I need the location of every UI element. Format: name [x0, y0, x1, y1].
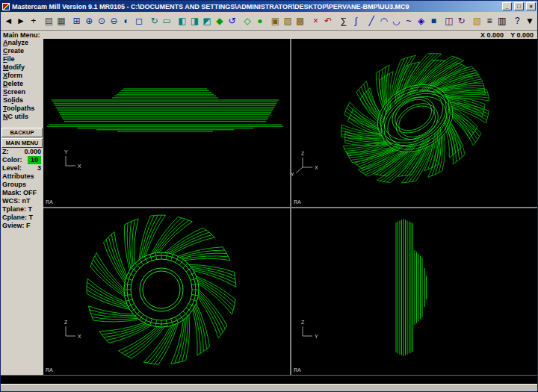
zoom-target-button[interactable]: ⊕ — [83, 13, 96, 29]
spline-tool-button[interactable]: ~ — [403, 13, 415, 29]
add-entity-button[interactable]: + — [27, 13, 40, 29]
status-panel: Z:0.000Color:10Level:3AttributesGroupsMa… — [1, 148, 43, 230]
zoom-out-button[interactable]: ⊖ — [108, 13, 120, 29]
xform-mirror-icon: ◫ — [445, 16, 453, 25]
toolbar-more-button[interactable]: ▼ — [524, 13, 537, 29]
dynamic-rotate-button[interactable]: ↺ — [226, 13, 238, 29]
zoom-window-icon: ⊞ — [73, 16, 81, 25]
new-file-button[interactable]: ▤ — [43, 13, 55, 29]
clear-screen-button[interactable]: ▭ — [161, 13, 173, 29]
menu-item-toolpaths[interactable]: Toolpaths — [1, 105, 43, 113]
delete-entity-button[interactable]: × — [309, 13, 322, 29]
cplane-front-button[interactable]: ▨ — [282, 13, 294, 29]
undelete-entity-button[interactable]: ↶ — [322, 13, 335, 29]
menu-item-xform[interactable]: Xform — [1, 72, 43, 80]
group-manager-icon: ▥ — [498, 16, 506, 25]
zoom-previous-button[interactable]: ◐ — [120, 13, 133, 29]
main-menu-header: Main Menu: — [3, 31, 40, 39]
window-title: Mastercam Mill Version 9.1 MR0105 - C:\D… — [12, 3, 500, 10]
menu-item-nc-utils[interactable]: NC utils — [1, 113, 43, 121]
gview-isometric-button[interactable]: ◆ — [214, 13, 226, 29]
toolbar: ◄►+▤▦⊞⊕⊙⊖◐◻↻▭◧◨◩◆↺◇●▣▨▩×↶∑∫╱◠◡~◈■◫↻▧≡▥?▼ — [1, 12, 537, 31]
backup-button[interactable]: BACKUP — [1, 128, 43, 137]
prev-menu-button[interactable]: ◄ — [2, 13, 15, 29]
help-button[interactable]: ? — [511, 13, 524, 29]
color-palette-icon: ▧ — [473, 16, 481, 25]
bottom-strip — [1, 384, 537, 391]
menu-item-create[interactable]: Create — [1, 47, 43, 55]
maximize-button[interactable]: □ — [514, 2, 524, 10]
iso-layer-front[interactable] — [319, 39, 507, 202]
status-gview[interactable]: Gview: F — [1, 222, 43, 230]
zoom-in-button[interactable]: ⊙ — [96, 13, 108, 29]
gview-side-icon: ◩ — [203, 16, 211, 25]
menu-item-screen[interactable]: Screen — [1, 88, 43, 96]
impeller-front-wireframe[interactable] — [87, 215, 236, 364]
close-button[interactable]: × — [526, 2, 536, 10]
zoom-window-button[interactable]: ⊞ — [70, 13, 83, 29]
viewport-canvas[interactable]: YXZXYZXZYRARARARA — [43, 39, 537, 375]
menu-item-delete[interactable]: Delete — [1, 80, 43, 88]
next-menu-icon: ► — [16, 16, 25, 25]
line-tool-button[interactable]: ╱ — [365, 13, 378, 29]
xform-mirror-button[interactable]: ◫ — [443, 13, 456, 29]
axis-label-diagonal: Y — [291, 172, 294, 177]
impeller-side-profile[interactable] — [396, 219, 427, 356]
status-wcs[interactable]: WCS: nT — [1, 197, 43, 205]
fit-screen-icon: ◻ — [135, 16, 143, 25]
new-file-icon: ▤ — [45, 16, 53, 25]
gview-front-button[interactable]: ◨ — [188, 13, 201, 29]
menu-item-analyze[interactable]: Analyze — [1, 39, 43, 47]
menu-item-modify[interactable]: Modify — [1, 63, 43, 72]
cplane-top-icon: ▣ — [271, 16, 279, 25]
impeller-iso-wireframe[interactable] — [319, 39, 511, 208]
menu-item-file[interactable]: File — [1, 55, 43, 63]
status-attributes-label: Attributes — [2, 172, 34, 181]
fillet-tool-button[interactable]: ◡ — [390, 13, 403, 29]
level-manager-button[interactable]: ≡ — [483, 13, 496, 29]
arc-tool-button[interactable]: ◠ — [377, 13, 390, 29]
graphics-area[interactable]: YXZXYZXZYRARARARA — [43, 39, 537, 375]
axis-gizmo-side-gview: ZY — [301, 320, 318, 339]
color-palette-button[interactable]: ▧ — [471, 13, 483, 29]
iso-layer-back[interactable] — [323, 39, 511, 208]
solid-tool-button[interactable]: ■ — [427, 13, 440, 29]
fit-screen-button[interactable]: ◻ — [133, 13, 146, 29]
level-manager-icon: ≡ — [486, 16, 492, 25]
wireframe-display-button[interactable]: ◇ — [241, 13, 254, 29]
shaded-display-button[interactable]: ● — [253, 13, 266, 29]
edit-file-button[interactable]: ▦ — [55, 13, 68, 29]
status-cplane[interactable]: Cplane: T — [1, 214, 43, 222]
status-z-depth[interactable]: Z:0.000 — [1, 148, 43, 156]
status-color[interactable]: Color:10 — [1, 156, 43, 164]
status-mask[interactable]: Mask: OFF — [1, 189, 43, 197]
status-groups[interactable]: Groups — [1, 181, 43, 189]
surface-tool-button[interactable]: ◈ — [415, 13, 427, 29]
analyze-sigma-button[interactable]: ∑ — [337, 13, 350, 29]
main-menu-button[interactable]: MAIN MENU — [1, 138, 43, 148]
menu-item-solids[interactable]: Solids — [1, 96, 43, 105]
gview-isometric-icon: ◆ — [216, 16, 223, 25]
main-area: AnalyzeCreateFileModifyXformDeleteScreen… — [1, 39, 537, 375]
cplane-top-button[interactable]: ▣ — [269, 13, 282, 29]
next-menu-button[interactable]: ► — [15, 13, 28, 29]
impeller-top-profile[interactable] — [47, 89, 283, 131]
cplane-side-button[interactable]: ▩ — [294, 13, 306, 29]
gview-side-button[interactable]: ◩ — [201, 13, 214, 29]
minimize-button[interactable]: _ — [502, 2, 512, 10]
sub-bar: Main Menu: X 0.000 Y 0.000 — [1, 31, 537, 39]
repaint-button[interactable]: ↻ — [148, 13, 161, 29]
status-tplane[interactable]: Tplane: T — [1, 205, 43, 214]
group-manager-button[interactable]: ▥ — [495, 13, 508, 29]
analyze-curve-button[interactable]: ∫ — [350, 13, 362, 29]
status-z-depth-value: 0.000 — [24, 148, 41, 156]
status-level[interactable]: Level:3 — [1, 164, 43, 172]
status-wcs-label: WCS: nT — [2, 197, 31, 205]
status-level-value: 3 — [37, 164, 41, 172]
xform-rotate-button[interactable]: ↻ — [455, 13, 468, 29]
coordinate-x: X 0.000 — [480, 31, 504, 39]
viewport-label-top-gview: RA — [46, 199, 53, 205]
status-mask-label: Mask: OFF — [2, 189, 37, 197]
gview-top-button[interactable]: ◧ — [176, 13, 189, 29]
status-attributes[interactable]: Attributes — [1, 172, 43, 181]
